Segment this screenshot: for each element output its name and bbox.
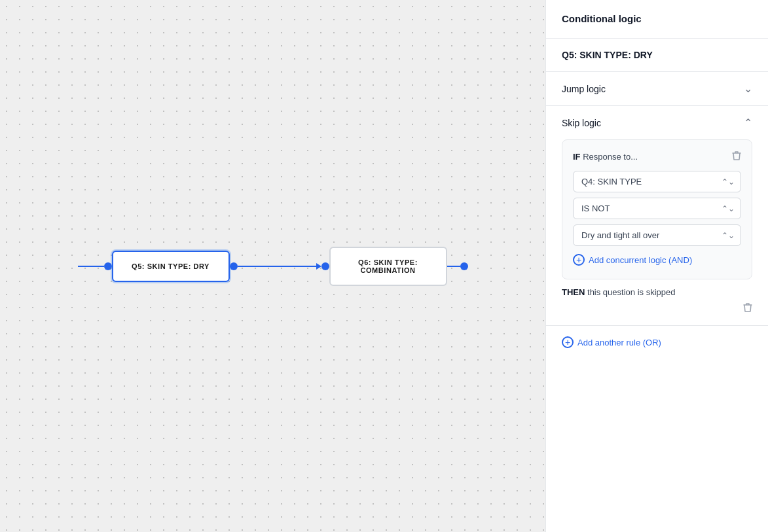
- flow-node-q5[interactable]: Q5: SKIN TYPE: DRY: [112, 251, 230, 282]
- then-action-text: is skipped: [638, 287, 676, 297]
- connector-dot-mid-right: [321, 262, 329, 270]
- flow-node-q5-label: Q5: SKIN TYPE: DRY: [132, 262, 210, 270]
- if-header: IF Response to...: [573, 151, 741, 163]
- flow-diagram: Q5: SKIN TYPE: DRY Q6: SKIN TYPE: COMBIN…: [78, 247, 468, 286]
- condition-question-select-wrapper: Q4: SKIN TYPE ⌃⌄: [573, 171, 741, 192]
- add-another-rule-button[interactable]: + Add another rule (OR): [546, 326, 768, 359]
- panel-title: Conditional logic: [562, 13, 642, 24]
- jump-logic-label: Jump logic: [562, 84, 606, 94]
- flow-node-q6-label: Q6: SKIN TYPE: COMBINATION: [358, 258, 418, 274]
- condition-value-select-wrapper: Dry and tight all over ⌃⌄: [573, 224, 741, 246]
- then-description: this question: [587, 287, 635, 297]
- connector-arrow: [316, 263, 321, 270]
- connector-dot-left: [104, 262, 112, 270]
- condition-question-select[interactable]: Q4: SKIN TYPE: [573, 171, 741, 192]
- panel-header: Conditional logic: [546, 0, 768, 39]
- flow-node-q6[interactable]: Q6: SKIN TYPE: COMBINATION: [329, 247, 447, 286]
- if-block: IF Response to... Q4: SKIN TYPE ⌃⌄: [562, 139, 752, 279]
- connector-line-right: [447, 266, 460, 267]
- connector-line-mid: [238, 266, 316, 267]
- then-text: THEN this question is skipped: [562, 287, 752, 297]
- right-panel: Conditional logic Q5: SKIN TYPE: DRY Jum…: [545, 0, 768, 532]
- middle-connector: [230, 262, 329, 270]
- jump-logic-section[interactable]: Jump logic ⌄: [546, 72, 768, 106]
- add-concurrent-plus-icon: +: [573, 254, 585, 266]
- add-rule-label: Add another rule (OR): [577, 338, 661, 347]
- skip-logic-chevron-up-icon: ⌃: [744, 116, 752, 129]
- skip-logic-title: Skip logic: [562, 118, 601, 128]
- add-concurrent-logic-button[interactable]: + Add concurrent logic (AND): [573, 251, 692, 268]
- left-connector: [78, 262, 112, 270]
- if-delete-icon[interactable]: [732, 151, 741, 163]
- connector-line-left: [78, 266, 104, 267]
- add-concurrent-label: Add concurrent logic (AND): [589, 255, 692, 265]
- add-rule-plus-icon: +: [562, 336, 574, 348]
- if-label: IF Response to...: [573, 152, 638, 162]
- then-actions: [562, 302, 752, 315]
- then-delete-icon[interactable]: [743, 302, 752, 315]
- jump-logic-chevron-down-icon: ⌄: [744, 82, 752, 95]
- right-connector: [447, 262, 468, 270]
- connector-dot-mid-left: [230, 262, 238, 270]
- skip-logic-section: Skip logic ⌃ IF Response to... Q4: SK: [546, 106, 768, 326]
- canvas: Q5: SKIN TYPE: DRY Q6: SKIN TYPE: COMBIN…: [0, 0, 545, 532]
- skip-logic-header[interactable]: Skip logic ⌃: [562, 116, 752, 129]
- then-label: THEN: [562, 287, 585, 297]
- panel-question: Q5: SKIN TYPE: DRY: [546, 39, 768, 72]
- panel-question-label: Q5: SKIN TYPE: DRY: [562, 50, 653, 60]
- condition-value-select[interactable]: Dry and tight all over: [573, 224, 741, 246]
- then-block: THEN this question is skipped: [562, 287, 752, 315]
- condition-operator-select-wrapper: IS NOT ⌃⌄: [573, 198, 741, 219]
- connector-dot-right: [460, 262, 468, 270]
- condition-operator-select[interactable]: IS NOT: [573, 198, 741, 219]
